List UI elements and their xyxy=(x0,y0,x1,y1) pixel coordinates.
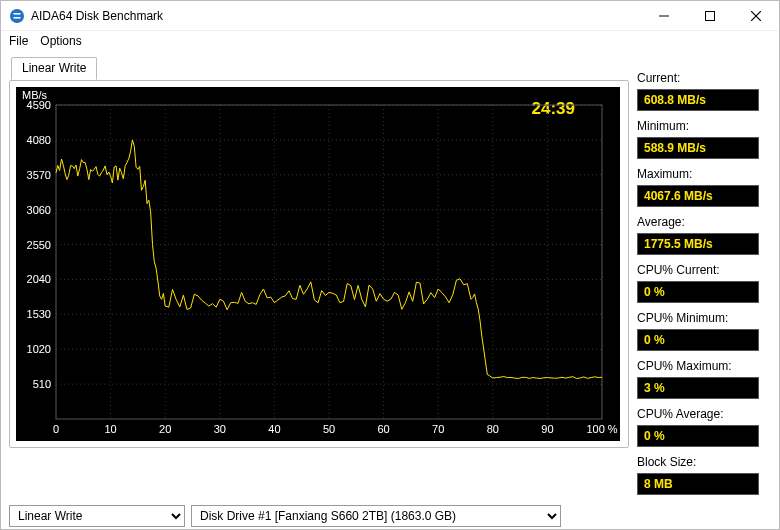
test-type-select[interactable]: Linear Write xyxy=(9,505,185,527)
label-cpu-minimum: CPU% Minimum: xyxy=(637,311,767,325)
value-cpu-average: 0 % xyxy=(637,425,759,447)
svg-rect-2 xyxy=(14,17,21,19)
stats-panel: Current: 608.8 MB/s Minimum: 588.9 MB/s … xyxy=(637,57,767,499)
value-cpu-maximum: 3 % xyxy=(637,377,759,399)
tabstrip: Linear Write xyxy=(11,56,629,79)
close-button[interactable] xyxy=(733,1,779,31)
svg-text:20: 20 xyxy=(159,423,171,435)
value-minimum: 588.9 MB/s xyxy=(637,137,759,159)
menubar: File Options xyxy=(1,31,779,51)
svg-rect-1 xyxy=(14,13,21,15)
svg-text:1020: 1020 xyxy=(27,343,51,355)
svg-text:60: 60 xyxy=(377,423,389,435)
svg-text:510: 510 xyxy=(33,378,51,390)
label-block-size: Block Size: xyxy=(637,455,767,469)
drive-select[interactable]: Disk Drive #1 [Fanxiang S660 2TB] (1863.… xyxy=(191,505,561,527)
value-current: 608.8 MB/s xyxy=(637,89,759,111)
value-maximum: 4067.6 MB/s xyxy=(637,185,759,207)
svg-text:70: 70 xyxy=(432,423,444,435)
chart-area: MB/s 24:39 51010201530204025503060357040… xyxy=(16,87,620,441)
svg-text:1530: 1530 xyxy=(27,308,51,320)
label-cpu-average: CPU% Average: xyxy=(637,407,767,421)
svg-text:30: 30 xyxy=(214,423,226,435)
svg-text:2550: 2550 xyxy=(27,239,51,251)
label-cpu-current: CPU% Current: xyxy=(637,263,767,277)
select-row: Linear Write Disk Drive #1 [Fanxiang S66… xyxy=(9,505,771,527)
svg-text:3060: 3060 xyxy=(27,204,51,216)
label-average: Average: xyxy=(637,215,767,229)
svg-text:4080: 4080 xyxy=(27,134,51,146)
label-current: Current: xyxy=(637,71,767,85)
label-maximum: Maximum: xyxy=(637,167,767,181)
svg-text:3570: 3570 xyxy=(27,169,51,181)
app-icon xyxy=(9,8,25,24)
tab-linear-write[interactable]: Linear Write xyxy=(11,57,97,80)
svg-text:100 %: 100 % xyxy=(586,423,617,435)
svg-point-0 xyxy=(10,9,24,23)
svg-text:0: 0 xyxy=(53,423,59,435)
svg-text:50: 50 xyxy=(323,423,335,435)
label-cpu-maximum: CPU% Maximum: xyxy=(637,359,767,373)
svg-text:90: 90 xyxy=(541,423,553,435)
value-average: 1775.5 MB/s xyxy=(637,233,759,255)
label-minimum: Minimum: xyxy=(637,119,767,133)
svg-text:2040: 2040 xyxy=(27,273,51,285)
chart-plot: 5101020153020402550306035704080459001020… xyxy=(16,87,620,441)
value-cpu-minimum: 0 % xyxy=(637,329,759,351)
menu-options[interactable]: Options xyxy=(40,34,81,48)
menu-file[interactable]: File xyxy=(9,34,28,48)
svg-text:40: 40 xyxy=(268,423,280,435)
window-title: AIDA64 Disk Benchmark xyxy=(31,9,163,23)
titlebar: AIDA64 Disk Benchmark xyxy=(1,1,779,31)
maximize-button[interactable] xyxy=(687,1,733,31)
svg-text:10: 10 xyxy=(104,423,116,435)
value-cpu-current: 0 % xyxy=(637,281,759,303)
chart-panel: Linear Write MB/s 24:39 5101020153020402… xyxy=(9,57,629,499)
value-block-size: 8 MB xyxy=(637,473,759,495)
svg-text:4590: 4590 xyxy=(27,99,51,111)
svg-rect-3 xyxy=(706,11,715,20)
svg-text:80: 80 xyxy=(487,423,499,435)
minimize-button[interactable] xyxy=(641,1,687,31)
